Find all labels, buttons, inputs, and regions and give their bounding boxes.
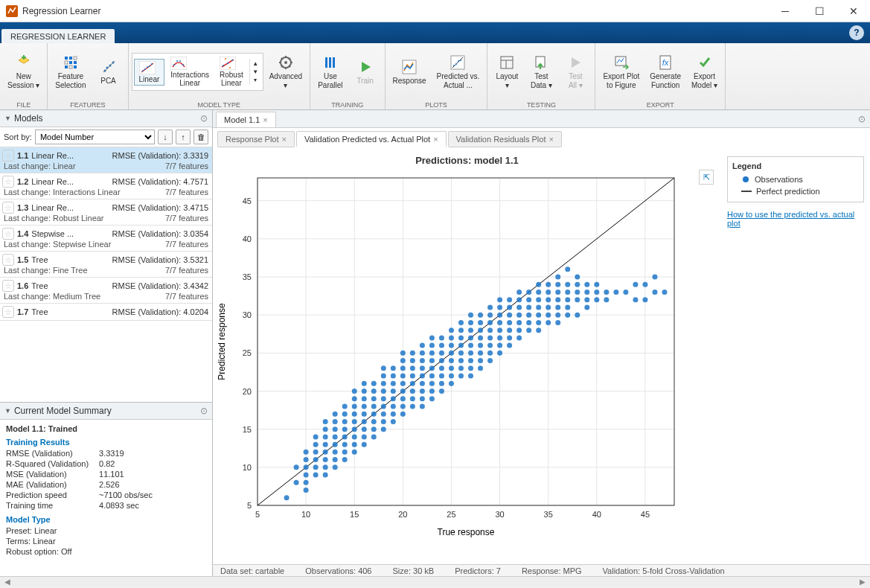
svg-point-235 [468,351,473,356]
panel-gear-icon[interactable]: ⊙ [200,113,208,124]
svg-point-267 [507,327,512,333]
model-gallery-interactions-linear[interactable]: InteractionsLinear [166,55,214,89]
new-session-button[interactable]: NewSession ▾ [3,52,44,92]
favorite-icon[interactable]: ☆ [2,306,14,318]
use-parallel-button[interactable]: UseParallel [313,52,347,92]
sort-desc-button[interactable]: ↑ [176,130,191,144]
svg-point-21 [151,63,153,65]
svg-point-296 [546,290,551,295]
model-list-item[interactable]: ☆1.7 TreeRMSE (Validation): 4.0204 [0,304,212,321]
svg-point-312 [575,297,580,302]
svg-text:30: 30 [243,310,252,319]
feature-selection-button[interactable]: FeatureSelection [51,52,90,92]
svg-point-309 [565,282,570,287]
model-gallery-robust-linear[interactable]: RobustLinear [215,55,248,89]
scroll-right-icon[interactable]: ▶ [860,578,866,586]
help-link[interactable]: How to use the predicted vs. actual plot [727,210,864,228]
predicted-vs-actual-button[interactable]: Predicted vs.Actual ... [432,52,484,92]
maximize-button[interactable]: ☐ [809,1,830,22]
close-icon[interactable]: × [433,135,438,144]
svg-rect-2 [69,57,72,60]
svg-point-155 [371,381,377,386]
close-icon[interactable]: × [282,135,287,144]
svg-point-97 [304,450,309,455]
train-button[interactable]: Train [349,57,382,88]
svg-point-105 [313,464,319,470]
svg-point-303 [555,282,560,287]
favorite-icon[interactable]: ☆ [2,280,14,292]
status-dataset: Data set: cartable [220,566,284,575]
collapse-icon[interactable]: ▼ [4,407,11,415]
svg-point-238 [468,327,473,333]
svg-point-260 [497,327,502,333]
svg-point-314 [575,282,580,287]
plot-tab[interactable]: Response Plot × [217,131,295,147]
training-results-table: RMSE (Validation)3.3319R-Squared (Valida… [6,448,163,511]
svg-rect-4 [65,61,68,64]
favorite-icon[interactable]: ☆ [2,254,14,266]
help-button[interactable]: ? [849,25,864,40]
layout-button[interactable]: Layout▾ [490,52,523,92]
plot-tab[interactable]: Validation Residuals Plot × [448,131,562,147]
export-model-button[interactable]: ExportModel ▾ [687,52,722,92]
svg-point-255 [487,313,493,318]
gallery-expand-icon[interactable]: ▲▼▾ [249,59,261,85]
svg-point-141 [362,426,367,432]
model-list-item[interactable]: ☆1.1 Linear Re...RMSE (Validation): 3.33… [0,147,212,173]
pca-button[interactable]: PCA [92,57,125,88]
svg-point-203 [429,365,435,371]
document-tab[interactable]: Model 1.1× [216,112,276,127]
export-plot-button[interactable]: Export Plotto Figure [598,52,644,92]
svg-point-96 [304,457,309,462]
collapse-icon[interactable]: ▼ [4,115,11,122]
sort-asc-button[interactable]: ↓ [158,130,173,144]
expand-plot-button[interactable]: ⇱ [699,170,714,185]
close-icon[interactable]: × [263,115,267,124]
generate-function-button[interactable]: fxGenerateFunction [645,52,685,92]
svg-point-280 [526,320,531,325]
model-list-item[interactable]: ☆1.4 Stepwise ...RMSE (Validation): 3.03… [0,226,212,252]
svg-point-162 [381,381,386,386]
svg-rect-36 [325,57,327,68]
sort-select[interactable]: Model Number [35,130,155,144]
svg-point-301 [555,297,560,302]
svg-point-30 [225,58,226,60]
model-list-item[interactable]: ☆1.5 TreeRMSE (Validation): 3.5321Last c… [0,252,212,278]
svg-point-210 [439,374,444,379]
advanced-button[interactable]: Advanced▾ [265,52,307,92]
close-button[interactable]: ✕ [843,1,864,22]
svg-point-241 [478,365,483,371]
response-plot-button[interactable]: Response [388,57,431,88]
delete-button[interactable]: 🗑 [193,130,208,144]
close-icon[interactable]: × [548,135,553,144]
svg-point-183 [410,396,415,401]
model-list-item[interactable]: ☆1.2 Linear Re...RMSE (Validation): 4.75… [0,173,212,199]
test-all-button[interactable]: TestAll ▾ [559,52,592,92]
svg-point-113 [323,473,328,478]
toolgroup-label: TRAINING [310,100,384,109]
model-list-item[interactable]: ☆1.3 Linear Re...RMSE (Validation): 3.47… [0,199,212,226]
plot-tab[interactable]: Validation Predicted vs. Actual Plot × [296,131,447,147]
model-gallery-linear[interactable]: Linear [134,59,165,86]
model-list-item[interactable]: ☆1.6 TreeRMSE (Validation): 3.4342Last c… [0,278,212,304]
svg-point-181 [400,351,406,356]
scroll-left-icon[interactable]: ◀ [4,578,10,586]
svg-point-276 [516,304,522,310]
ribbon-tab[interactable]: REGRESSION LEARNER [1,29,115,43]
svg-point-192 [420,389,425,394]
favorite-icon[interactable]: ☆ [2,176,14,188]
minimize-button[interactable]: ─ [775,1,796,22]
svg-point-214 [439,343,444,348]
svg-text:15: 15 [350,510,359,519]
summary-content: Model 1.1: Trained Training Results RMSE… [0,420,212,576]
svg-point-224 [458,374,464,379]
svg-point-98 [304,473,309,478]
svg-rect-5 [69,61,72,64]
svg-point-289 [536,297,541,302]
favorite-icon[interactable]: ☆ [2,150,14,162]
test-data-button[interactable]: TestData ▾ [525,52,557,92]
panel-gear-icon[interactable]: ⊙ [858,114,866,124]
favorite-icon[interactable]: ☆ [2,228,14,240]
panel-gear-icon[interactable]: ⊙ [200,406,208,416]
favorite-icon[interactable]: ☆ [2,202,14,214]
